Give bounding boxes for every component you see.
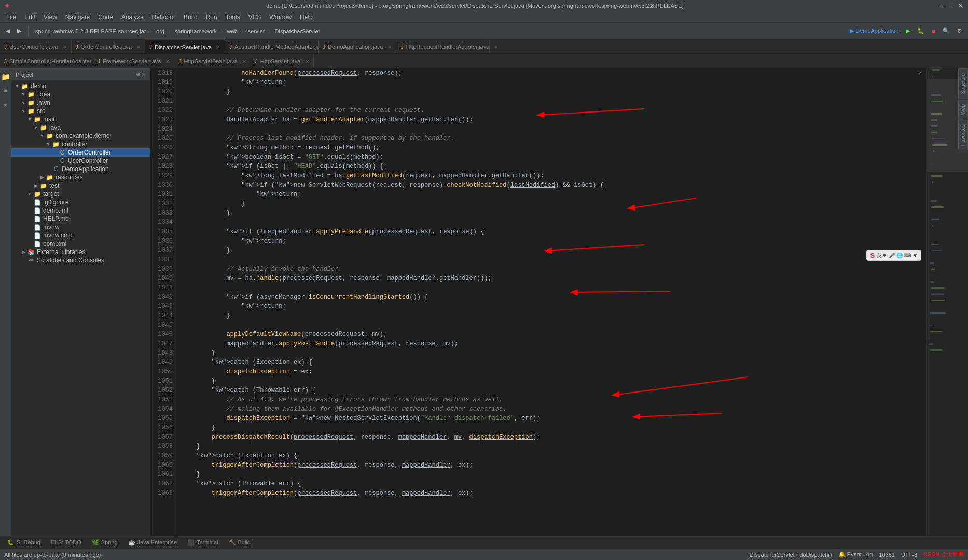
status-line[interactable]: 10381 — [879, 552, 895, 558]
bottom-tab-build[interactable]: 🔨 Build — [224, 538, 256, 547]
menu-edit[interactable]: Edit — [20, 12, 39, 22]
bottom-tab-todo[interactable]: ☑ S: TODO — [46, 538, 87, 547]
code-container[interactable]: ✓ 10181019102010211022102310241025102610… — [150, 68, 968, 536]
tree-item-label: mvnw.cmd — [43, 232, 73, 239]
toolbar-settings[interactable]: ⚙ — [955, 26, 965, 35]
tab-ordercontroller[interactable]: J OrderController.java ✕ — [72, 40, 145, 53]
bc-web[interactable]: web — [225, 27, 240, 35]
menu-analyze[interactable]: Analyze — [117, 12, 148, 22]
debug-button[interactable]: 🐛 — [915, 26, 927, 35]
bc-org[interactable]: org — [154, 27, 167, 35]
project-icon[interactable]: 📁 — [0, 71, 11, 83]
stop-button[interactable]: ■ — [929, 27, 938, 35]
tab-close-btn[interactable]: ✕ — [136, 44, 141, 50]
favorites-side-tab[interactable]: Favorites — [958, 120, 968, 150]
tab-bar-row1: J UserController.java ✕ J OrderControlle… — [0, 39, 968, 54]
menu-help[interactable]: Help — [296, 12, 317, 22]
tab-httpservletbean[interactable]: J HttpServletBean.java ✕ — [174, 54, 251, 68]
bottom-tab-javaent[interactable]: ☕ Java Enterprise — [123, 538, 182, 547]
tree-item[interactable]: ▼📁src — [11, 107, 150, 115]
menu-tools[interactable]: Tools — [222, 12, 244, 22]
bookmark-icon[interactable]: ★ — [2, 98, 8, 111]
tab-close-btn[interactable]: ✕ — [305, 59, 309, 64]
code-content[interactable]: noHandlerFound(processedRequest, respons… — [177, 68, 926, 536]
structure-icon[interactable]: ≡ — [2, 85, 8, 97]
menu-window[interactable]: Window — [265, 12, 296, 22]
tree-item[interactable]: CUserController — [11, 157, 150, 165]
tree-item[interactable]: ▼📁target — [11, 190, 150, 198]
menu-file[interactable]: File — [2, 12, 20, 22]
minimize-button[interactable]: ─ — [940, 2, 945, 10]
bottom-tab-terminal[interactable]: ⬛ Terminal — [182, 538, 224, 547]
panel-close-btn[interactable]: ✕ — [142, 71, 146, 78]
tab-close-btn[interactable]: ✕ — [388, 44, 392, 50]
tab-httpservlet[interactable]: J HttpServlet.java ✕ — [251, 54, 314, 68]
bc-dispatcherservlet[interactable]: DispatcherServlet — [272, 27, 323, 35]
tab-usercontroller[interactable]: J UserController.java ✕ — [0, 40, 72, 53]
structure-side-tab[interactable]: Structure — [958, 68, 968, 99]
tree-item[interactable]: 📄demo.iml — [11, 206, 150, 215]
menu-view[interactable]: View — [39, 12, 61, 22]
tree-item[interactable]: 📄HELP.md — [11, 215, 150, 223]
tree-item[interactable]: ▼📁.idea — [11, 90, 150, 99]
maximize-button[interactable]: □ — [949, 2, 953, 10]
tab-close-btn[interactable]: ✕ — [242, 59, 246, 64]
toolbar-search[interactable]: 🔍 — [940, 26, 952, 35]
tree-item[interactable]: ▶📁test — [11, 181, 150, 190]
bc-jar[interactable]: spring-webmvc-5.2.8.RELEASE-sources.jar — [33, 27, 148, 35]
tab-dispatcherservlet[interactable]: J DispatcherServlet.java ✕ — [145, 40, 225, 53]
panel-settings-btn[interactable]: ⚙ — [136, 71, 140, 78]
status-notification[interactable]: All files are up-to-date (9 minutes ago) — [4, 552, 101, 558]
status-encoding[interactable]: UTF-8 — [901, 552, 917, 558]
bc-springframework[interactable]: springframework — [172, 27, 219, 35]
tree-item[interactable]: ▶📁resources — [11, 173, 150, 181]
tree-item[interactable]: ▼📁com.example.demo — [11, 132, 150, 140]
tree-item[interactable]: 📄mvnw — [11, 223, 150, 231]
tree-item[interactable]: ▼📁main — [11, 115, 150, 123]
bottom-tab-spring[interactable]: 🌿 Spring — [87, 538, 123, 547]
tree-item[interactable]: 📄.gitignore — [11, 198, 150, 206]
tab-close-btn[interactable]: ✕ — [494, 44, 498, 50]
web-side-tab[interactable]: Web — [958, 100, 968, 119]
tab-demoapplication[interactable]: J DemoApplication.java ✕ — [319, 40, 396, 53]
tree-item[interactable]: ▶📚External Libraries — [11, 248, 150, 256]
tree-item[interactable]: CDemoApplication — [11, 165, 150, 173]
menu-navigate[interactable]: Navigate — [61, 12, 94, 22]
toolbar-back[interactable]: ◀ — [3, 26, 12, 35]
run-config[interactable]: ▶ DemoApplication — [847, 26, 901, 35]
tab-abstracthandlermethodadapter[interactable]: J AbstractHandlerMethodAdapter.java ✕ — [225, 40, 319, 53]
tab-httprequesthandleradapter[interactable]: J HttpRequestHandlerAdapter.java ✕ — [396, 40, 490, 53]
bottom-tab-debug-label: S: Debug — [17, 539, 40, 545]
csdn-overlay[interactable]: S 英▼ 🎤 🌐 ⌨ ▼ — [866, 250, 921, 261]
tree-item[interactable]: COrderController — [11, 148, 150, 157]
tab-simplecontrollerhandleradapter[interactable]: J SimpleControllerHandlerAdapter.java ✕ — [0, 54, 93, 68]
code-line: applyDefaultViewName(processedRequest, m… — [182, 330, 926, 339]
tree-item[interactable]: ▼📁.mvn — [11, 99, 150, 107]
menu-run[interactable]: Run — [202, 12, 222, 22]
tree-item-icon: 📚 — [27, 249, 35, 256]
tree-item[interactable]: ✏Scratches and Consoles — [11, 256, 150, 264]
status-method-name[interactable]: doDispatch() — [799, 552, 832, 558]
tree-item[interactable]: ▼📁demo — [11, 82, 150, 90]
menu-code[interactable]: Code — [94, 12, 117, 22]
toolbar-forward[interactable]: ▶ — [15, 26, 24, 35]
tree-item[interactable]: ▼📁java — [11, 123, 150, 132]
toolbar-separator-1 — [28, 26, 29, 36]
tab-close-btn[interactable]: ✕ — [165, 59, 170, 64]
project-tree: ▼📁demo ▼📁.idea ▼📁.mvn ▼📁src ▼📁main ▼📁jav… — [11, 81, 150, 536]
tab-close-btn[interactable]: ✕ — [216, 44, 220, 50]
menu-build[interactable]: Build — [179, 12, 202, 22]
tab-close-btn[interactable]: ✕ — [63, 44, 67, 50]
tab-frameworkservlet[interactable]: J FrameworkServlet.java ✕ — [93, 54, 174, 68]
tree-item[interactable]: 📄pom.xml — [11, 240, 150, 248]
tree-item[interactable]: ▼📁controller — [11, 140, 150, 148]
status-eventlog[interactable]: 🔔 Event Log — [838, 551, 873, 558]
menu-refactor[interactable]: Refactor — [148, 12, 179, 22]
menu-vcs[interactable]: VCS — [244, 12, 266, 22]
tree-item[interactable]: 📄mvnw.cmd — [11, 231, 150, 240]
run-button[interactable]: ▶ — [903, 26, 912, 35]
close-button[interactable]: ✕ — [958, 2, 964, 10]
bc-servlet[interactable]: servlet — [245, 27, 267, 35]
status-file[interactable]: DispatcherServlet — [750, 552, 795, 558]
bottom-tab-debug[interactable]: 🐛 S: Debug — [2, 538, 46, 547]
